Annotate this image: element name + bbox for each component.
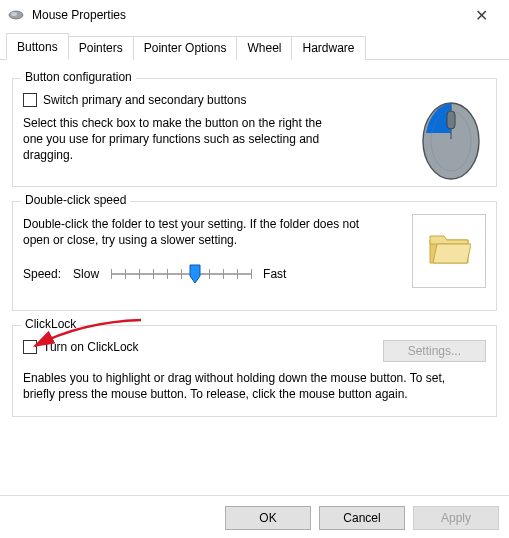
tab-pointer-options[interactable]: Pointer Options [133, 36, 238, 60]
close-icon[interactable]: ✕ [461, 6, 501, 25]
apply-button: Apply [413, 506, 499, 530]
settings-button: Settings... [383, 340, 486, 362]
mouse-title-icon [8, 9, 26, 21]
folder-icon [427, 230, 471, 271]
double-click-description: Double-click the folder to test your set… [23, 216, 363, 248]
checkbox-turn-on-clicklock-label[interactable]: Turn on ClickLock [43, 340, 139, 354]
tab-buttons[interactable]: Buttons [6, 33, 69, 60]
dialog-button-row: OK Cancel Apply [225, 506, 499, 530]
checkbox-switch-buttons[interactable] [23, 93, 37, 107]
svg-point-1 [11, 12, 17, 16]
slider-thumb-icon[interactable] [189, 264, 201, 284]
tab-wheel[interactable]: Wheel [236, 36, 292, 60]
speed-slider[interactable] [111, 262, 251, 286]
checkbox-switch-buttons-label[interactable]: Switch primary and secondary buttons [43, 93, 246, 107]
fast-label: Fast [263, 267, 286, 281]
title-bar: Mouse Properties ✕ [0, 0, 509, 30]
folder-test-area[interactable] [412, 214, 486, 288]
separator [0, 495, 509, 496]
tab-pointers[interactable]: Pointers [68, 36, 134, 60]
tab-content: Button configuration Switch primary and … [0, 60, 509, 437]
window-title: Mouse Properties [26, 8, 461, 22]
tab-hardware[interactable]: Hardware [291, 36, 365, 60]
group-legend-clicklock: ClickLock [21, 317, 80, 331]
slow-label: Slow [73, 267, 99, 281]
tab-row: Buttons Pointers Pointer Options Wheel H… [0, 32, 509, 60]
group-clicklock: ClickLock Turn on ClickLock Settings... … [12, 325, 497, 417]
cancel-button[interactable]: Cancel [319, 506, 405, 530]
clicklock-description: Enables you to highlight or drag without… [23, 370, 463, 402]
mouse-illustration [416, 91, 486, 181]
group-legend-button-config: Button configuration [21, 70, 136, 84]
speed-label: Speed: [23, 267, 61, 281]
group-double-click-speed: Double-click speed Double-click the fold… [12, 201, 497, 311]
svg-rect-3 [447, 111, 455, 129]
checkbox-turn-on-clicklock[interactable] [23, 340, 37, 354]
button-config-description: Select this check box to make the button… [23, 115, 343, 164]
group-legend-double-click: Double-click speed [21, 193, 130, 207]
group-button-configuration: Button configuration Switch primary and … [12, 78, 497, 187]
ok-button[interactable]: OK [225, 506, 311, 530]
